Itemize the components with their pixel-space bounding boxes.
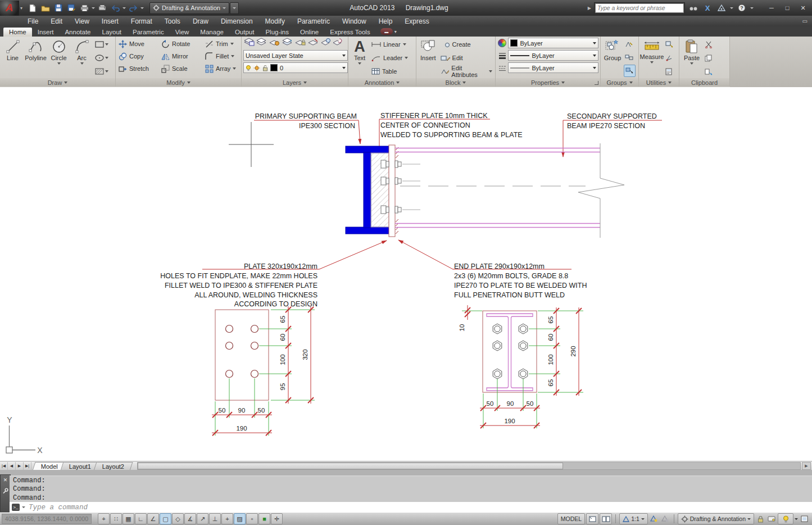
maximize-button[interactable]: □ [780, 3, 795, 13]
snap-mode-toggle[interactable]: ∷ [110, 513, 122, 524]
redo-caret-icon[interactable] [140, 7, 144, 9]
table-tool[interactable]: Table [370, 66, 409, 77]
end-plate-side-view[interactable] [389, 145, 395, 237]
annotation-monitor-toggle[interactable]: ✛ [271, 513, 283, 524]
layer-state-combo[interactable]: Unsaved Layer State [243, 50, 348, 61]
redo-button[interactable] [128, 2, 139, 13]
line-tool[interactable]: Line [2, 38, 24, 78]
create-block-tool[interactable]: Create [439, 39, 493, 50]
app-menu-caret-icon[interactable]: ▾ [20, 6, 22, 11]
menu-draw[interactable]: Draw [187, 17, 215, 25]
last-tab-button[interactable]: ▶| [24, 462, 31, 470]
model-paper-toggle[interactable]: MODEL [557, 513, 585, 524]
edit-attributes-tool[interactable]: Edit Attributes [439, 66, 493, 77]
close-command-window-icon[interactable]: ✕ [3, 478, 8, 483]
layer-match-button[interactable] [308, 38, 319, 48]
undo-button[interactable] [110, 2, 121, 13]
tab-plugins[interactable]: Plug-ins [260, 28, 294, 37]
minimize-button[interactable]: ─ [764, 3, 779, 13]
polar-tracking-toggle[interactable]: ∠ [147, 513, 159, 524]
stretch-tool[interactable]: Stretch [117, 62, 160, 75]
dynamic-ucs-toggle[interactable]: ↗ [197, 513, 208, 524]
scale-tool[interactable]: Scale [160, 62, 204, 75]
panel-label-annotation[interactable]: Annotation [348, 78, 416, 87]
polyline-tool[interactable]: Polyline [25, 38, 47, 78]
circle-tool[interactable]: Circle [48, 38, 70, 78]
clean-screen-button[interactable] [799, 514, 809, 524]
copy-clip-tool[interactable] [704, 52, 714, 64]
menu-view[interactable]: View [69, 17, 96, 25]
menu-dimension[interactable]: Dimension [215, 17, 259, 25]
quick-view-drawings-button[interactable] [600, 513, 612, 524]
array-tool[interactable]: Array [204, 62, 240, 75]
tab-view[interactable]: View [170, 28, 195, 37]
infocenter-collapse-icon[interactable]: ▶ [588, 6, 591, 11]
save-as-button[interactable] [66, 2, 77, 13]
secondary-beam-ipe270[interactable] [395, 143, 624, 238]
scrollbar-right-arrow[interactable]: ▶ [802, 462, 811, 470]
right-plate-detail[interactable]: 10 65 60 100 65 290 50 90 50 190 [459, 305, 583, 428]
panel-label-draw[interactable]: Draw [0, 78, 115, 87]
search-binoculars-icon[interactable] [688, 3, 699, 13]
save-button[interactable] [53, 2, 64, 13]
workspace-extra-dropdown[interactable] [230, 2, 239, 14]
close-button[interactable]: ✕ [796, 3, 810, 13]
tab-output[interactable]: Output [229, 28, 260, 37]
command-input[interactable] [28, 503, 812, 512]
copy-tool[interactable]: Copy [117, 50, 160, 62]
a360-icon[interactable] [716, 3, 727, 13]
ortho-mode-toggle[interactable]: ∟ [135, 513, 147, 524]
infer-constraints-toggle[interactable]: ⌖ [98, 513, 110, 524]
tray-settings-caret-icon[interactable] [795, 518, 798, 520]
recent-commands-caret-icon[interactable] [22, 506, 25, 508]
coordinates-readout[interactable]: 4038.9156, 1236.1440, 0.0000 [2, 514, 92, 524]
layer-state-button[interactable] [333, 38, 343, 48]
status-tray-button[interactable] [766, 514, 777, 524]
lineweight-combo[interactable]: ByLayer [508, 50, 598, 61]
lineweight-display-toggle[interactable]: + [221, 513, 233, 524]
group-edit-tool[interactable] [624, 52, 636, 63]
layer-properties-button[interactable] [243, 38, 255, 48]
left-plate-detail[interactable]: 65 60 100 95 320 50 90 50 190 [212, 306, 315, 436]
panel-label-groups[interactable]: Groups [601, 78, 638, 87]
menu-file[interactable]: File [21, 17, 44, 25]
plot-caret-icon[interactable] [92, 7, 95, 9]
search-input[interactable] [595, 3, 684, 13]
transparency-toggle[interactable]: ▨ [234, 513, 246, 524]
move-tool[interactable]: Move [117, 38, 160, 50]
cut-tool[interactable] [704, 39, 714, 50]
tab-manage[interactable]: Manage [194, 28, 229, 37]
a360-caret-icon[interactable] [730, 7, 733, 9]
tab-express-tools[interactable]: Express Tools [324, 28, 375, 37]
panel-label-block[interactable]: Block [416, 78, 495, 87]
toolbar-lock-button[interactable] [755, 514, 765, 524]
trim-tool[interactable]: Trim [204, 38, 240, 50]
quick-select-tool[interactable] [664, 39, 675, 50]
plot-button[interactable] [79, 2, 90, 13]
linear-dimension-tool[interactable]: Linear [370, 39, 409, 50]
quick-view-layouts-button[interactable] [586, 513, 598, 524]
scrollbar-thumb[interactable] [138, 463, 563, 469]
group-selection-toggle[interactable] [624, 65, 636, 77]
panel-label-clipboard[interactable]: Clipboard [679, 78, 729, 87]
layer-off-button[interactable] [256, 38, 267, 48]
fillet-tool[interactable]: Fillet [204, 50, 240, 62]
horizontal-scrollbar[interactable] [137, 462, 801, 470]
dynamic-input-toggle[interactable]: ⊥ [209, 513, 221, 524]
text-tool[interactable]: A Text [350, 38, 369, 78]
object-color-combo[interactable]: ByLayer [508, 38, 598, 48]
menu-help[interactable]: Help [373, 17, 399, 25]
workspace-switching-button[interactable]: Drafting & Annotation [678, 513, 754, 524]
color-wheel-icon[interactable] [497, 39, 507, 47]
panel-label-layers[interactable]: Layers [242, 78, 348, 87]
ribbon-minimize-button[interactable]: ▬ [380, 28, 393, 35]
object-snap-tracking-toggle[interactable]: ∡ [184, 513, 196, 524]
annotation-visibility-button[interactable] [649, 514, 659, 524]
lineweight-icon[interactable] [497, 52, 507, 59]
new-file-button[interactable] [27, 2, 38, 13]
edit-block-tool[interactable]: Edit [439, 52, 493, 64]
print-preview-button[interactable] [97, 2, 108, 13]
layer-lock-button[interactable] [295, 38, 306, 48]
wrench-icon[interactable] [2, 488, 8, 494]
tab-parametric[interactable]: Parametric [127, 28, 170, 37]
